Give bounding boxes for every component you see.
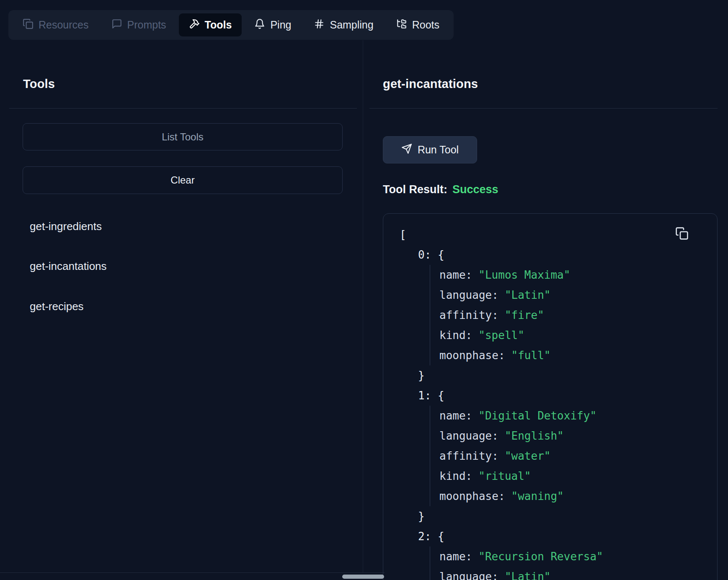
json-value: "spell" [478,329,524,342]
json-value: "English" [505,430,564,442]
tab-sampling[interactable]: Sampling [304,13,383,36]
json-object-open: 2: { [418,526,709,546]
tab-roots[interactable]: Roots [386,13,449,36]
json-key: kind: [439,470,472,482]
tab-label: Ping [270,19,291,31]
json-entry: name:"Digital Detoxify" [439,406,709,426]
json-object-open: 1: { [418,386,709,406]
json-object: 2: { name:"Recursion Reversa" language:"… [418,526,709,580]
json-entry: name:"Lumos Maxima" [439,265,709,285]
list-tools-button[interactable]: List Tools [23,123,343,150]
json-value: "water" [505,450,551,462]
tool-list-item[interactable]: get-incantations [23,253,328,279]
folder-tree-icon [396,18,407,32]
selected-tool-title: get-incantations [383,77,478,91]
json-value: "Digital Detoxify" [478,409,596,422]
divider [9,108,357,109]
tab-label: Roots [412,19,439,31]
json-entry: moonphase:"waning" [439,486,709,506]
tab-label: Prompts [127,19,166,31]
json-key: name: [439,409,472,422]
json-key: affinity: [439,309,498,321]
send-icon [401,143,412,157]
json-entry: moonphase:"full" [439,345,709,365]
json-entry: language:"Latin" [439,567,709,580]
json-open-bracket: [ [400,225,709,245]
json-value: "waning" [511,490,564,502]
json-result-viewer: [ 0: { name:"Lumos Maxima" language:"Lat… [383,213,718,580]
json-key: name: [439,550,472,563]
hammer-icon [189,18,200,32]
json-entry: name:"Recursion Reversa" [439,546,709,567]
json-entry: language:"Latin" [439,285,709,305]
tab-label: Tools [205,19,232,31]
resources-icon [23,18,34,32]
tools-panel-title: Tools [23,77,55,91]
json-key: language: [439,430,498,442]
json-key: affinity: [439,450,498,462]
json-object-close: } [418,506,709,526]
app-root: Resources Prompts Tools Ping Sampling [0,0,728,580]
json-value: "full" [511,349,551,362]
tool-result-label: Tool Result: [383,183,447,196]
tool-result-status: Success [452,183,498,196]
tab-label: Resources [39,19,89,31]
tab-ping[interactable]: Ping [244,13,301,36]
json-value: "Lumos Maxima" [478,269,570,281]
json-value: "fire" [505,309,544,321]
json-key: language: [439,289,498,301]
run-tool-button[interactable]: Run Tool [383,136,477,163]
json-object-close: } [418,365,709,386]
hash-icon [314,18,325,32]
clear-button[interactable]: Clear [23,166,343,194]
json-key: language: [439,570,498,580]
tool-list-item[interactable]: get-recipes [23,293,328,319]
json-key: moonphase: [439,490,505,502]
json-object: 0: { name:"Lumos Maxima" language:"Latin… [418,245,709,386]
bell-icon [254,18,265,32]
json-value: "Recursion Reversa" [478,550,603,563]
copy-icon-button[interactable] [674,226,689,241]
json-key: moonphase: [439,349,505,362]
json-key: name: [439,269,472,281]
json-object-entries: name:"Lumos Maxima" language:"Latin" aff… [430,265,709,365]
tab-label: Sampling [330,19,373,31]
tab-tools[interactable]: Tools [179,13,242,36]
tab-prompts[interactable]: Prompts [101,13,176,36]
tab-resources[interactable]: Resources [13,13,99,36]
json-object: 1: { name:"Digital Detoxify" language:"E… [418,386,709,526]
json-key: kind: [439,329,472,342]
pane-resize-handle[interactable] [363,40,363,572]
json-entry: affinity:"fire" [439,305,709,325]
tool-result-line: Tool Result: Success [383,183,498,196]
tab-bar: Resources Prompts Tools Ping Sampling [8,10,454,40]
json-object-entries: name:"Digital Detoxify" language:"Englis… [430,406,709,506]
scrollbar-track [0,572,385,573]
json-value: "ritual" [478,470,531,482]
json-entry: kind:"ritual" [439,466,709,486]
json-object-open: 0: { [418,245,709,265]
json-entry: language:"English" [439,426,709,446]
prompts-icon [111,18,122,32]
json-value: "Latin" [505,289,551,301]
json-value: "Latin" [505,570,551,580]
json-entry: affinity:"water" [439,446,709,466]
divider [369,108,718,109]
horizontal-scrollbar-thumb[interactable] [342,575,384,579]
run-tool-label: Run Tool [418,144,459,156]
tool-list-item[interactable]: get-ingredients [23,213,328,239]
json-entry: kind:"spell" [439,325,709,345]
json-object-entries: name:"Recursion Reversa" language:"Latin… [430,546,709,580]
